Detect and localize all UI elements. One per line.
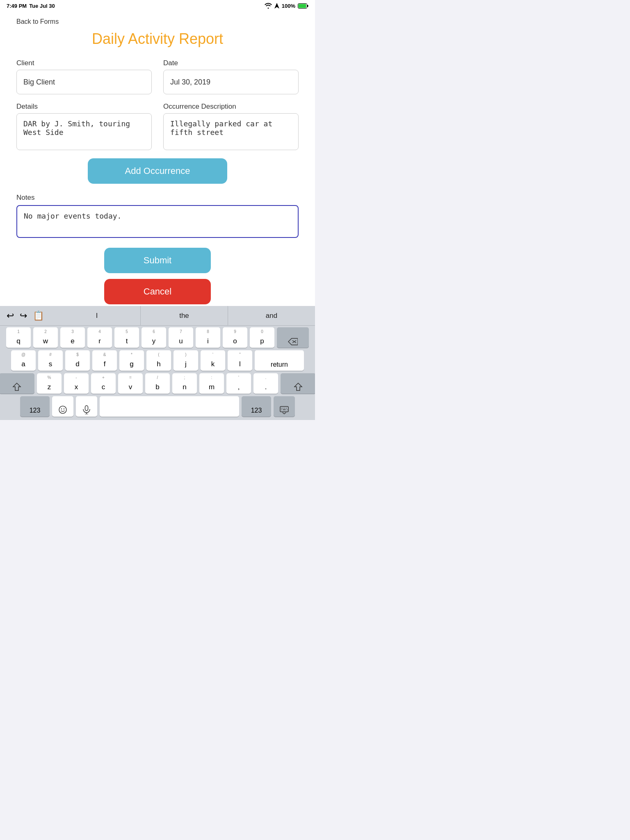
undo-icon[interactable]: ↩ — [7, 310, 14, 321]
key-r[interactable]: 4r — [87, 327, 112, 348]
key-l[interactable]: "l — [228, 350, 252, 371]
redo-icon[interactable]: ↪ — [20, 310, 27, 321]
key-comma[interactable]: ', — [226, 373, 251, 394]
key-g[interactable]: *g — [119, 350, 144, 371]
svg-rect-11 — [280, 406, 288, 412]
svg-rect-2 — [307, 5, 308, 7]
clipboard-icon[interactable]: 📋 — [33, 310, 44, 321]
status-left: 7:49 PM Tue Jul 30 — [7, 3, 55, 9]
key-row-3: %z -x +c =v /b ;n :m ', .. — [2, 373, 313, 394]
key-c[interactable]: +c — [91, 373, 116, 394]
keyboard-tools: ↩ ↪ 📋 — [0, 310, 53, 321]
details-group: Details DAR by J. Smith, touring West Si… — [16, 103, 152, 150]
key-p[interactable]: 0p — [250, 327, 274, 348]
key-t[interactable]: 5t — [114, 327, 139, 348]
key-w[interactable]: 2w — [33, 327, 58, 348]
key-a[interactable]: @a — [11, 350, 36, 371]
battery-graphic — [298, 3, 308, 9]
key-v[interactable]: =v — [118, 373, 143, 394]
key-123-right[interactable]: 123 — [242, 396, 271, 417]
key-n[interactable]: ;n — [172, 373, 197, 394]
key-u[interactable]: 7u — [169, 327, 193, 348]
date-input[interactable] — [163, 70, 299, 94]
main-content: Back to Forms Daily Activity Report Clie… — [0, 11, 315, 313]
suggestion-word-3[interactable]: and — [228, 306, 315, 325]
cancel-button[interactable]: Cancel — [104, 279, 211, 304]
suggestion-word-2[interactable]: the — [141, 306, 228, 325]
page-title: Daily Activity Report — [16, 30, 299, 48]
key-f[interactable]: &f — [92, 350, 117, 371]
status-right: 100% — [265, 3, 308, 9]
occurrence-label: Occurrence Description — [163, 103, 299, 111]
key-row-1: 1q 2w 3e 4r 5t 6y 7u 8i 9o 0p — [2, 327, 313, 348]
key-shift-left[interactable] — [0, 373, 34, 394]
client-input[interactable] — [16, 70, 152, 94]
occurrence-textarea[interactable]: Illegally parked car at fifth street — [163, 113, 299, 150]
status-time: 7:49 PM — [7, 3, 27, 9]
date-group: Date — [163, 59, 299, 94]
key-b[interactable]: /b — [145, 373, 170, 394]
key-q[interactable]: 1q — [6, 327, 31, 348]
occurrence-group: Occurrence Description Illegally parked … — [163, 103, 299, 150]
client-date-row: Client Date — [16, 59, 299, 94]
client-group: Client — [16, 59, 152, 94]
key-delete[interactable] — [277, 327, 309, 348]
battery-icon: 100% — [282, 3, 295, 9]
key-y[interactable]: 6y — [142, 327, 166, 348]
key-x[interactable]: -x — [64, 373, 89, 394]
svg-point-6 — [61, 409, 62, 409]
key-j[interactable]: )j — [173, 350, 198, 371]
key-m[interactable]: :m — [199, 373, 224, 394]
svg-point-7 — [64, 409, 64, 409]
location-icon — [274, 3, 279, 9]
key-s[interactable]: #s — [38, 350, 63, 371]
keyboard-suggestions-bar: ↩ ↪ 📋 I the and — [0, 306, 315, 326]
keyboard: ↩ ↪ 📋 I the and 1q 2w 3e 4r 5t 6y 7u 8i … — [0, 306, 315, 420]
key-o[interactable]: 9o — [223, 327, 247, 348]
key-return[interactable]: return — [255, 350, 304, 371]
svg-rect-8 — [85, 406, 88, 411]
key-row-4: 123 123 — [2, 396, 313, 417]
key-d[interactable]: $d — [65, 350, 90, 371]
key-microphone[interactable] — [76, 396, 97, 417]
svg-rect-1 — [299, 4, 306, 8]
wifi-icon — [265, 3, 272, 9]
key-row-2: @a #s $d &f *g (h )j 'k "l return — [2, 350, 313, 371]
keyboard-rows: 1q 2w 3e 4r 5t 6y 7u 8i 9o 0p @a #s $d &… — [0, 326, 315, 420]
client-label: Client — [16, 59, 152, 67]
key-i[interactable]: 8i — [196, 327, 220, 348]
suggestion-word-1[interactable]: I — [53, 306, 141, 325]
notes-textarea[interactable]: No major events today. — [16, 205, 299, 238]
key-shift-right[interactable] — [281, 373, 315, 394]
key-keyboard-dismiss[interactable] — [274, 396, 295, 417]
back-to-forms-link[interactable]: Back to Forms — [16, 18, 59, 25]
details-occurrence-row: Details DAR by J. Smith, touring West Si… — [16, 103, 299, 150]
suggestion-words: I the and — [53, 306, 315, 325]
status-bar: 7:49 PM Tue Jul 30 100% — [0, 0, 315, 11]
key-k[interactable]: 'k — [201, 350, 225, 371]
key-period[interactable]: .. — [253, 373, 278, 394]
key-space[interactable] — [100, 396, 239, 417]
key-z[interactable]: %z — [37, 373, 62, 394]
add-occurrence-button[interactable]: Add Occurrence — [88, 158, 227, 184]
svg-point-5 — [59, 406, 66, 413]
date-label: Date — [163, 59, 299, 67]
details-textarea[interactable]: DAR by J. Smith, touring West Side — [16, 113, 152, 150]
notes-label: Notes — [16, 194, 299, 202]
key-123-left[interactable]: 123 — [20, 396, 50, 417]
key-e[interactable]: 3e — [60, 327, 85, 348]
notes-group: Notes No major events today. — [16, 194, 299, 240]
key-emoji[interactable] — [52, 396, 73, 417]
key-h[interactable]: (h — [146, 350, 171, 371]
details-label: Details — [16, 103, 152, 111]
submit-button[interactable]: Submit — [104, 248, 211, 273]
status-day: Tue Jul 30 — [29, 3, 55, 9]
